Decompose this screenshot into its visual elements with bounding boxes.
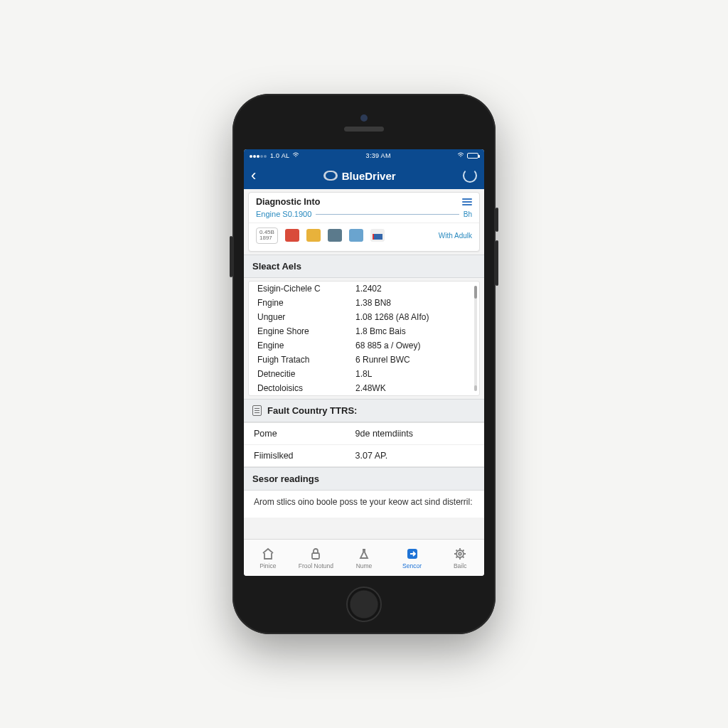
chip-line2: 1897 — [259, 235, 274, 241]
divider — [316, 214, 459, 215]
screen: 1.0 AL 3:39 AM ‹ BlueDriver — [244, 149, 484, 576]
fault-list: Pome9de ntemdiints Fiimislked3.07 AP. — [244, 422, 484, 467]
code-chip[interactable]: 0.45B 1897 — [256, 228, 278, 244]
chart-icon[interactable] — [370, 229, 385, 242]
list-item[interactable]: Pome9de ntemdiints — [244, 423, 484, 444]
item-value: 1.8 Bmc Bais — [355, 326, 471, 336]
warning-icon[interactable] — [306, 229, 321, 242]
list-item[interactable]: Dectoloisics2.48WK — [249, 381, 479, 395]
list-item[interactable]: Fiimislked3.07 AP. — [244, 444, 484, 466]
item-key: Unguer — [257, 312, 355, 322]
battery-icon — [467, 153, 478, 159]
item-value: 1.8L — [355, 369, 471, 379]
signal-dots-icon — [250, 152, 267, 159]
list-item[interactable]: Engine68 885 a / Owey) — [249, 338, 479, 353]
engine-label: Engine S0.1900 — [256, 210, 311, 218]
wifi-icon — [292, 152, 299, 159]
phone-side-button — [230, 236, 232, 277]
status-bar: 1.0 AL 3:39 AM — [244, 149, 484, 162]
list-item[interactable]: Engine Shore1.8 Bmc Bais — [249, 324, 479, 338]
tab-profile[interactable]: Nume — [340, 540, 388, 576]
item-key: Dectoloisics — [257, 383, 355, 393]
section-title: Sesor readings — [252, 473, 319, 484]
home-icon — [260, 547, 276, 561]
phone-side-button — [496, 208, 498, 232]
wifi-icon — [457, 152, 464, 159]
list-item[interactable]: Fuigh Tratach6 Runrel BWC — [249, 353, 479, 367]
item-value: 1.2402 — [355, 284, 471, 294]
item-value: 6 Runrel BWC — [355, 355, 471, 365]
carrier-label: 1.0 AL — [270, 152, 289, 159]
diagnostic-title: Diagnostic Into — [256, 197, 320, 207]
status-left: 1.0 AL — [250, 152, 299, 159]
with-link[interactable]: With Adulk — [439, 232, 472, 240]
section-header-fault: Fault Country TTRS: — [244, 399, 484, 422]
list-item[interactable]: Unguer1.08 1268 (A8 AIfo) — [249, 310, 479, 324]
item-value: 1.08 1268 (A8 AIfo) — [355, 312, 471, 322]
engine-line[interactable]: Engine S0.1900 Bh — [249, 210, 479, 223]
svg-point-3 — [459, 552, 461, 555]
back-button[interactable]: ‹ — [251, 168, 256, 183]
svg-point-2 — [456, 550, 464, 557]
tab-label: Nume — [356, 562, 373, 569]
status-time: 3:39 AM — [366, 152, 391, 159]
diagnostic-icon-row: 0.45B 1897 With Adulk — [249, 223, 479, 251]
scroll-thumb-icon[interactable] — [474, 286, 477, 299]
refresh-button[interactable] — [463, 168, 477, 183]
tab-sensor[interactable]: Sencor — [388, 540, 437, 576]
sensor-description: Arom stlics oino boole poss te your keow… — [244, 491, 484, 518]
item-key: Pome — [254, 429, 355, 439]
item-value: 9de ntemdiints — [355, 429, 474, 439]
svg-rect-0 — [312, 553, 319, 559]
arrow-right-icon — [405, 547, 420, 561]
vehicle-icon[interactable] — [285, 229, 299, 242]
section-title: Fault Country TTRS: — [267, 405, 357, 416]
tab-label: Frool Notund — [299, 562, 333, 569]
tab-bar: Pinice Frool Notund Nume Sencor — [244, 539, 484, 576]
item-key: Fngine — [257, 298, 355, 308]
transmission-icon[interactable] — [349, 229, 363, 242]
sleact-list[interactable]: Esigin-Cichele C1.2402 Fngine1.38 BN8 Un… — [248, 281, 480, 396]
tab-settings[interactable]: Bailc — [436, 540, 484, 576]
section-header-sleact: Sleact Aels — [244, 255, 484, 278]
tab-label: Sencor — [402, 562, 422, 569]
list-item[interactable]: Detnecitie1.8L — [249, 367, 479, 381]
module-icons — [285, 229, 385, 242]
engine-icon[interactable] — [328, 229, 342, 242]
flask-icon — [356, 547, 372, 561]
phone-frame: 1.0 AL 3:39 AM ‹ BlueDriver — [232, 94, 496, 634]
item-key: Fiimislked — [254, 451, 355, 461]
section-title: Sleact Aels — [252, 261, 301, 272]
item-key: Fuigh Tratach — [257, 355, 355, 365]
list-item[interactable]: Esigin-Cichele C1.2402 — [249, 282, 479, 296]
app-title-label: BlueDriver — [342, 170, 396, 182]
status-right — [457, 152, 478, 159]
scrollbar[interactable] — [474, 286, 477, 391]
item-key: Engine Shore — [257, 326, 355, 336]
tab-label: Pinice — [259, 562, 276, 569]
item-key: Engine — [257, 341, 355, 350]
item-key: Detnecitie — [257, 369, 355, 379]
item-value: 2.48WK — [355, 383, 471, 393]
item-value: 3.07 AP. — [355, 451, 474, 461]
phone-side-button — [496, 240, 498, 286]
lock-icon — [308, 547, 323, 561]
diagnostic-card: Diagnostic Into Engine S0.1900 Bh 0.45B … — [248, 192, 480, 252]
list-item[interactable]: Fngine1.38 BN8 — [249, 296, 479, 310]
tab-home[interactable]: Pinice — [244, 540, 292, 576]
tab-label: Bailc — [454, 562, 466, 569]
engine-cap: Bh — [464, 210, 472, 218]
item-value: 1.38 BN8 — [355, 298, 471, 308]
menu-icon[interactable] — [462, 198, 472, 205]
item-value: 68 885 a / Owey) — [355, 341, 471, 350]
home-button[interactable] — [346, 587, 382, 622]
gear-icon — [452, 547, 468, 561]
document-icon — [252, 405, 262, 416]
app-title: BlueDriver — [323, 170, 396, 182]
section-header-sensor: Sesor readings — [244, 467, 484, 491]
brand-logo-icon — [323, 171, 338, 181]
nav-bar: ‹ BlueDriver — [244, 162, 484, 189]
item-key: Esigin-Cichele C — [257, 284, 355, 294]
scroll-thumb-icon[interactable] — [474, 385, 477, 391]
tab-tools[interactable]: Frool Notund — [292, 540, 341, 576]
